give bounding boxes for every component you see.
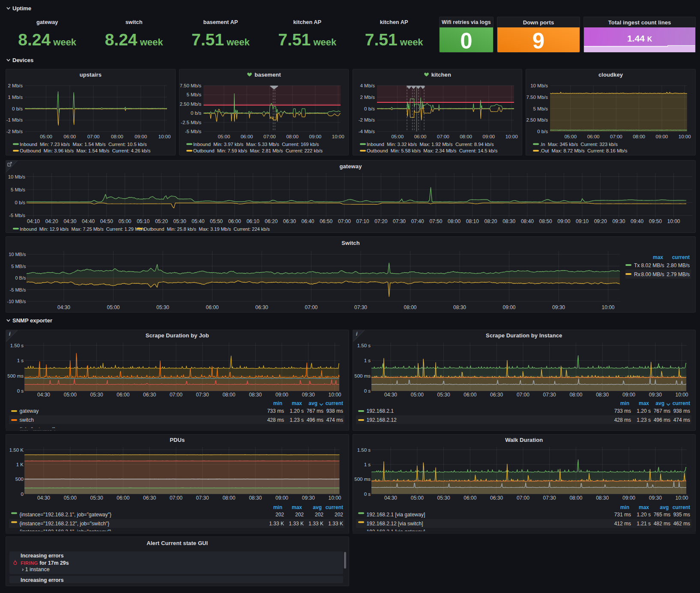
svg-text:0 B/s: 0 B/s [15, 275, 26, 280]
svg-text:07:30: 07:30 [393, 218, 406, 224]
svg-text:0 b/s: 0 b/s [12, 106, 23, 111]
svg-text:05:30: 05:30 [437, 495, 450, 501]
svg-text:1.21 s: 1.21 s [637, 521, 651, 527]
svg-text:Outbound Min: 25.8 kb/s Max:: Outbound Min: 25.8 kb/s Max: 3.19 Mb/s C… [144, 226, 270, 231]
svg-text:1 s: 1 s [17, 358, 24, 363]
svg-text:07:20: 07:20 [374, 218, 387, 224]
svg-text:08:00: 08:00 [404, 304, 416, 310]
svg-text:2 Mb/s: 2 Mb/s [360, 94, 375, 99]
svg-text:7.50 Mb/s: 7.50 Mb/s [179, 83, 201, 88]
svg-text:2.50 Mb/s: 2.50 Mb/s [179, 101, 201, 106]
svg-text:0 s: 0 s [17, 388, 24, 393]
svg-text:1 K: 1 K [16, 462, 24, 467]
svg-text:08:00: 08:00 [448, 218, 461, 224]
svg-text:731 ms: 731 ms [614, 512, 631, 518]
svg-text:switch: switch [20, 417, 34, 423]
svg-text:05:00: 05:00 [565, 134, 577, 139]
svg-text:1.50 s: 1.50 s [10, 343, 24, 348]
svg-text:06:30: 06:30 [255, 304, 268, 310]
svg-text:10 MB/s: 10 MB/s [9, 252, 26, 257]
svg-text:07:00: 07:00 [437, 134, 449, 139]
svg-text:07:00: 07:00 [170, 392, 182, 398]
svg-text:09:00: 09:00 [622, 392, 635, 398]
svg-text:09:00: 09:00 [622, 495, 635, 501]
svg-text:500 ms: 500 ms [7, 373, 24, 378]
svg-text:192.168.2.1: 192.168.2.1 [366, 408, 394, 414]
svg-text:0 b/s: 0 b/s [191, 110, 201, 116]
svg-text:935 ms: 935 ms [673, 512, 690, 518]
svg-text:08:40: 08:40 [521, 218, 534, 224]
svg-text:08:20: 08:20 [484, 218, 497, 224]
svg-text:0 b/s: 0 b/s [364, 106, 375, 111]
svg-text:09:00: 09:00 [309, 134, 321, 139]
svg-text:5 Mb/s: 5 Mb/s [11, 187, 25, 192]
svg-text:07:00: 07:00 [516, 392, 529, 398]
svg-text:428 ms: 428 ms [267, 417, 284, 423]
svg-text:06:00: 06:00 [228, 218, 241, 224]
svg-text:max: max [638, 504, 649, 510]
svg-text:462 ms: 462 ms [673, 521, 690, 527]
svg-text:05:50: 05:50 [210, 218, 223, 224]
svg-text:05:20: 05:20 [155, 218, 168, 224]
svg-text:8.02 MB/s: 8.02 MB/s [641, 262, 664, 268]
svg-text:-5 Mb/s: -5 Mb/s [185, 129, 201, 134]
svg-text:gateway: gateway [20, 408, 39, 414]
svg-text:0 s: 0 s [364, 388, 371, 393]
svg-text:1.23 s: 1.23 s [290, 417, 304, 423]
svg-text:08:00: 08:00 [569, 495, 582, 501]
svg-text:max: max [653, 254, 663, 260]
svg-text:10:00: 10:00 [601, 304, 614, 310]
svg-text:192.168.2.12 [via switch]: 192.168.2.12 [via switch] [366, 521, 423, 527]
svg-text:09:00: 09:00 [656, 134, 668, 139]
svg-text:07:00: 07:00 [610, 134, 622, 139]
svg-text:avg: avg [313, 504, 322, 510]
svg-text:max: max [292, 504, 302, 510]
svg-text:06:00: 06:00 [117, 392, 129, 398]
svg-text:500: 500 [15, 477, 24, 482]
svg-text:06:00: 06:00 [240, 134, 253, 139]
svg-text:1.23 s: 1.23 s [637, 417, 651, 423]
svg-text:08:00: 08:00 [633, 134, 645, 139]
svg-text:avg: avg [655, 400, 664, 406]
svg-text:07:00: 07:00 [170, 495, 182, 501]
svg-text:202: 202 [275, 512, 284, 518]
svg-text:10:00: 10:00 [675, 495, 688, 501]
svg-text:10:00: 10:00 [505, 134, 518, 139]
svg-text:08:00: 08:00 [286, 134, 299, 139]
svg-text:04:30: 04:30 [37, 392, 50, 398]
svg-text:7.50 Mb/s: 7.50 Mb/s [526, 94, 548, 99]
svg-text:08:00: 08:00 [222, 392, 235, 398]
svg-text:-10 MB/s: -10 MB/s [7, 299, 26, 304]
svg-text:09:10: 09:10 [576, 218, 589, 224]
svg-text:06:00: 06:00 [64, 134, 76, 139]
svg-text:05:00: 05:00 [410, 392, 423, 398]
svg-text:10 Mb/s: 10 Mb/s [8, 174, 26, 179]
svg-text:Outbound Min: 3.96 kb/s Max:: Outbound Min: 3.96 kb/s Max: 1.54 Mb/s C… [20, 148, 151, 153]
svg-text:09:50: 09:50 [649, 218, 662, 224]
svg-text:06:30: 06:30 [143, 495, 156, 501]
svg-text:733 ms: 733 ms [267, 408, 284, 414]
svg-text:07:30: 07:30 [354, 304, 367, 310]
svg-text:Inbound Min: 3.32 kb/s Max:: Inbound Min: 3.32 kb/s Max: 1.92 Mb/s Cu… [366, 141, 494, 146]
svg-text:min: min [620, 504, 629, 510]
svg-text:5 Mb/s: 5 Mb/s [186, 92, 201, 97]
svg-text:05:30: 05:30 [90, 392, 103, 398]
svg-text:09:30: 09:30 [302, 495, 315, 501]
svg-text:0 b/s: 0 b/s [537, 129, 548, 134]
svg-text:-5 MB/s: -5 MB/s [10, 287, 26, 292]
svg-text:avg: avg [308, 400, 317, 406]
svg-text:Outbound Min: 7.59 kb/s Max:: Outbound Min: 7.59 kb/s Max: 2.81 Mb/s C… [193, 148, 323, 153]
svg-text:1.20 s: 1.20 s [637, 408, 651, 414]
svg-text:05:00: 05:00 [40, 134, 52, 139]
svg-text:05:30: 05:30 [90, 495, 103, 501]
svg-text:Tx: Tx [634, 262, 640, 268]
svg-text:04:30: 04:30 [37, 495, 50, 501]
svg-text:-2 Mb/s: -2 Mb/s [6, 129, 23, 134]
svg-text:.Out Max: 8.72 Mb/s Current:: .Out Max: 8.72 Mb/s Current: 8.16 Mb/s [540, 148, 628, 153]
svg-text:05:00: 05:00 [410, 495, 423, 501]
svg-text:09:00: 09:00 [135, 134, 147, 139]
svg-text:06:30: 06:30 [490, 392, 503, 398]
svg-text:09:40: 09:40 [631, 218, 643, 224]
svg-text:-1 Mb/s: -1 Mb/s [6, 117, 23, 122]
svg-text:202: 202 [295, 512, 304, 518]
